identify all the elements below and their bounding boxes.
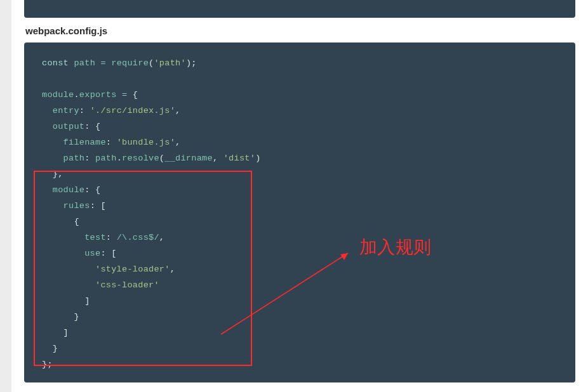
code-line: ] <box>42 296 90 306</box>
code-line: test: /\.css$/, <box>42 233 164 242</box>
code-line: module: { <box>42 185 100 195</box>
code-line: path: path.resolve(__dirname, 'dist') <box>42 154 261 163</box>
code-line: filename: 'bundle.js', <box>42 138 180 147</box>
previous-block-tail <box>24 0 575 18</box>
code-line: use: [ <box>42 249 117 258</box>
code-line: const path = require('path'); <box>42 58 197 68</box>
code-line: ] <box>42 328 69 337</box>
code-line: 'style-loader', <box>42 265 175 274</box>
filename-heading: webpack.config.js <box>25 25 588 36</box>
code-line: entry: './src/index.js', <box>42 106 180 115</box>
code-line: rules: [ <box>42 201 106 211</box>
code-line: }; <box>42 360 53 369</box>
code-line: module.exports = { <box>42 90 138 100</box>
code-line: output: { <box>42 122 100 131</box>
left-gutter <box>0 0 11 392</box>
page-content: webpack.config.js const path = require('… <box>11 0 588 392</box>
code-block: const path = require('path'); module.exp… <box>24 42 575 382</box>
code-line: 'css-loader' <box>42 280 159 290</box>
code-line: }, <box>42 169 63 179</box>
code-content: const path = require('path'); module.exp… <box>42 55 558 372</box>
code-line: { <box>42 217 79 226</box>
code-line: } <box>42 312 79 322</box>
code-line: } <box>42 344 58 353</box>
